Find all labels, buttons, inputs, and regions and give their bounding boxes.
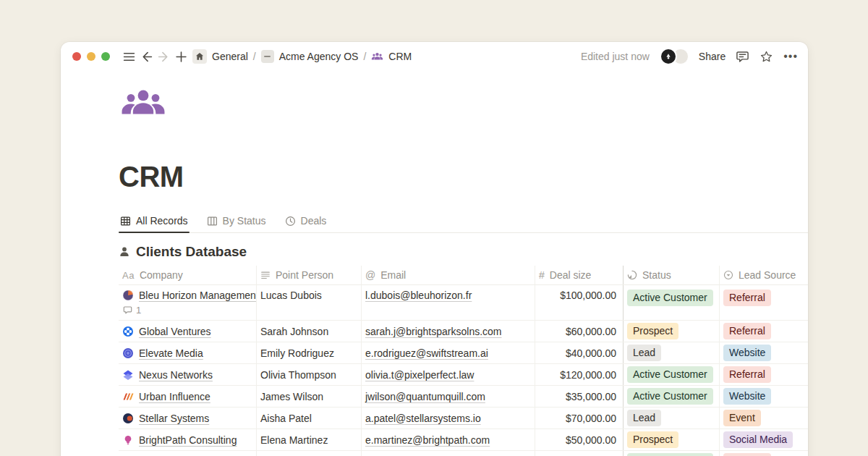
minimize-window-button[interactable] <box>87 52 95 61</box>
close-window-button[interactable] <box>72 52 81 61</box>
forward-button[interactable] <box>155 48 172 65</box>
lead-source-cell[interactable]: Website <box>720 342 808 363</box>
lead-source-cell[interactable]: Referral <box>720 285 808 320</box>
text-lines-icon <box>260 270 271 280</box>
lead-source-cell[interactable]: Referral <box>720 451 808 456</box>
title-Aa-icon: Aa <box>122 270 135 281</box>
topbar: General / Acme Agency OS / CRM Edited ju… <box>61 42 808 71</box>
page-content: CRM All Records By Status Deals Clients … <box>61 88 808 456</box>
deal-size-cell[interactable]: $70,000.00 <box>535 408 624 428</box>
zoom-window-button[interactable] <box>101 52 110 61</box>
lead-source-cell[interactable]: Referral <box>720 364 808 385</box>
page-title: CRM <box>119 161 808 193</box>
company-page-link[interactable]: Nexus Networks <box>139 369 213 381</box>
column-header-status[interactable]: Status <box>624 266 720 284</box>
email-cell[interactable]: l.dubois@bleuhorizon.fr <box>362 285 535 320</box>
status-cell[interactable]: Active Customer <box>624 364 720 385</box>
lead-source-cell[interactable]: Social Media <box>720 429 808 450</box>
breadcrumb-item-general[interactable]: General <box>212 51 248 62</box>
deal-size-cell[interactable]: $45,000.00 <box>535 451 624 456</box>
clock-view-icon <box>285 216 296 227</box>
back-button[interactable] <box>137 48 155 65</box>
point-person-cell[interactable]: Aisha Patel <box>257 408 362 428</box>
tab-deals[interactable]: Deals <box>284 212 328 232</box>
home-icon[interactable] <box>192 49 207 64</box>
email-cell[interactable]: olivia.t@pixelperfect.law <box>362 364 535 385</box>
status-badge: Lead <box>627 410 661 426</box>
email-cell[interactable]: jenn@vertexinnov.io <box>362 451 535 456</box>
share-button[interactable]: Share <box>699 51 726 62</box>
column-header-point-person[interactable]: Point Person <box>257 266 362 284</box>
topbar-actions: Edited just now Share ••• <box>581 48 798 65</box>
status-cell[interactable]: Lead <box>624 408 720 428</box>
table-row: Global Ventures Sarah Johnson sarah.j@br… <box>119 321 808 342</box>
deal-size-cell[interactable]: $35,000.00 <box>535 386 624 407</box>
column-header-lead-source[interactable]: Lead Source <box>720 266 808 284</box>
tab-by-status[interactable]: By Status <box>205 212 268 232</box>
lead-source-badge: Referral <box>723 453 771 456</box>
status-cell[interactable]: Active Customer <box>624 451 720 456</box>
breadcrumb-item-workspace[interactable]: Acme Agency OS <box>279 51 359 62</box>
deal-size-cell[interactable]: $120,000.00 <box>535 364 624 385</box>
company-page-link[interactable]: Global Ventures <box>139 326 211 337</box>
status-badge: Active Customer <box>627 290 713 306</box>
logo-bleu-horizon-icon <box>122 290 134 301</box>
company-page-link[interactable]: Elevate Media <box>139 347 203 359</box>
lead-source-cell[interactable]: Referral <box>720 321 808 342</box>
database-heading: Clients Database <box>119 244 808 260</box>
app-window: General / Acme Agency OS / CRM Edited ju… <box>61 42 808 456</box>
email-cell[interactable]: a.patel@stellarsystems.io <box>362 408 535 428</box>
table-row: Nexus Networks Olivia Thompson olivia.t@… <box>119 364 808 386</box>
company-page-link[interactable]: Urban Influence <box>139 391 210 402</box>
status-cell[interactable]: Prospect <box>624 321 720 342</box>
favorite-star-icon[interactable] <box>760 50 773 64</box>
email-cell[interactable]: sarah.j@brightsparksolns.com <box>362 321 535 342</box>
lead-source-cell[interactable]: Event <box>720 408 808 428</box>
status-cell[interactable]: Active Customer <box>624 285 720 320</box>
point-person-cell[interactable]: Emily Rodriguez <box>257 342 362 363</box>
company-page-link[interactable]: Stellar Systems <box>139 413 209 424</box>
email-cell[interactable]: jwilson@quantumquill.com <box>362 386 535 407</box>
point-person-cell[interactable]: Elena Martinez <box>257 429 362 450</box>
status-cell[interactable]: Prospect <box>624 429 720 450</box>
point-person-cell[interactable]: Jenn Whitmore <box>257 451 362 456</box>
deal-size-cell[interactable]: $50,000.00 <box>535 429 624 450</box>
column-header-deal-size[interactable]: # Deal size <box>535 266 624 284</box>
logo-brightpath-icon <box>122 434 134 446</box>
column-header-company[interactable]: Aa Company <box>119 266 257 284</box>
column-header-email[interactable]: @ Email <box>362 266 535 284</box>
breadcrumb: General / Acme Agency OS / CRM <box>192 49 412 64</box>
status-badge: Lead <box>627 345 661 361</box>
deal-size-cell[interactable]: $40,000.00 <box>535 342 624 363</box>
logo-stellar-systems-icon <box>122 413 134 424</box>
more-options-icon[interactable]: ••• <box>783 50 798 63</box>
tab-all-records[interactable]: All Records <box>119 212 190 232</box>
comments-icon[interactable] <box>736 50 749 64</box>
point-person-cell[interactable]: Sarah Johnson <box>257 321 362 342</box>
page-icon-people-group[interactable] <box>119 88 808 124</box>
comment-count[interactable]: 1 <box>122 305 257 316</box>
status-badge: Active Customer <box>627 453 713 456</box>
lead-source-cell[interactable]: Website <box>720 386 808 407</box>
email-cell[interactable]: e.rodriguez@swiftstream.ai <box>362 342 535 363</box>
email-cell[interactable]: e.martinez@brightpath.com <box>362 429 535 450</box>
status-cell[interactable]: Active Customer <box>624 386 720 407</box>
status-cell[interactable]: Lead <box>624 342 720 363</box>
board-view-icon <box>207 216 218 227</box>
point-person-cell[interactable]: James Wilson <box>257 386 362 407</box>
breadcrumb-item-page[interactable]: CRM <box>388 51 412 62</box>
logo-elevate-media-icon <box>122 347 134 359</box>
deal-size-cell[interactable]: $60,000.00 <box>535 321 624 342</box>
edited-timestamp: Edited just now <box>581 51 650 62</box>
company-page-link[interactable]: Bleu Horizon Management <box>139 290 257 301</box>
database-table: Aa Company Point Person @ Email # Deal s… <box>119 266 808 456</box>
point-person-cell[interactable]: Lucas Dubois <box>257 285 362 320</box>
deal-size-cell[interactable]: $100,000.00 <box>535 285 624 320</box>
sidebar-toggle-button[interactable] <box>120 48 137 65</box>
new-page-button[interactable] <box>172 48 190 65</box>
point-person-cell[interactable]: Olivia Thompson <box>257 364 362 385</box>
collaborator-avatars[interactable] <box>660 48 689 65</box>
company-page-link[interactable]: BrightPath Consulting <box>139 434 237 446</box>
database-title[interactable]: Clients Database <box>136 244 247 260</box>
acme-logo-icon <box>261 50 274 63</box>
